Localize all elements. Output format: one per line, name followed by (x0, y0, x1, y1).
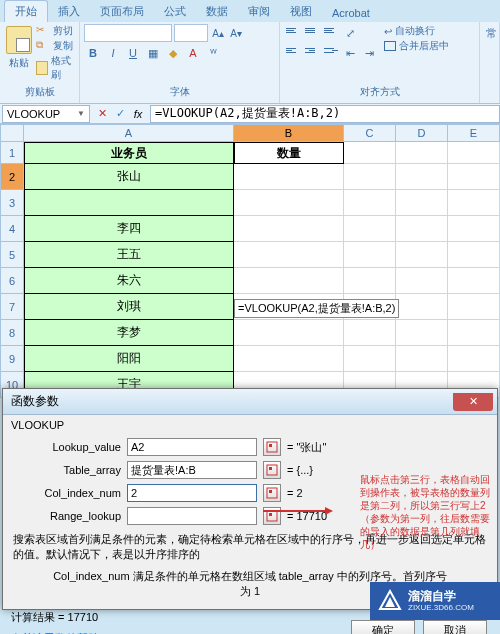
arg-range-lookup-input[interactable] (127, 507, 257, 525)
ref-button-3[interactable] (263, 484, 281, 502)
cell-a9[interactable]: 阳阳 (24, 346, 234, 372)
name-box-dropdown-icon[interactable]: ▼ (77, 109, 85, 118)
name-box[interactable]: VLOOKUP ▼ (2, 105, 90, 123)
select-all-corner[interactable] (0, 124, 24, 142)
fill-color-button[interactable]: ◆ (164, 44, 182, 62)
paste-button[interactable]: 粘贴 (4, 24, 34, 82)
indent-dec-button[interactable]: ⇤ (341, 44, 359, 62)
phonetic-button[interactable]: ᵂ (204, 44, 222, 62)
copy-button[interactable]: ⧉复制 (36, 39, 75, 53)
tab-insert[interactable]: 插入 (48, 1, 90, 22)
row-header-5[interactable]: 5 (0, 242, 24, 268)
ref-button-1[interactable] (263, 438, 281, 456)
indent-inc-button[interactable]: ⇥ (360, 44, 378, 62)
cell-b3[interactable] (234, 190, 344, 216)
cell-c9[interactable] (344, 346, 396, 372)
cut-button[interactable]: ✂剪切 (36, 24, 75, 38)
cell-c8[interactable] (344, 320, 396, 346)
cell-c2[interactable] (344, 164, 396, 190)
cell-d4[interactable] (396, 216, 448, 242)
cell-d8[interactable] (396, 320, 448, 346)
fx-button[interactable]: fx (130, 106, 146, 122)
cell-e1[interactable] (448, 142, 500, 164)
tab-view[interactable]: 视图 (280, 1, 322, 22)
format-painter-button[interactable]: 格式刷 (36, 54, 75, 82)
wrap-text-button[interactable]: ↩自动换行 (384, 24, 449, 38)
cancel-formula-button[interactable]: ✕ (94, 106, 110, 122)
arg-table-array-input[interactable] (127, 461, 257, 479)
align-middle-button[interactable] (303, 25, 321, 41)
cell-e7[interactable] (448, 294, 500, 320)
shrink-font-icon[interactable]: A▾ (228, 25, 244, 41)
align-bottom-button[interactable] (322, 25, 340, 41)
cell-c6[interactable] (344, 268, 396, 294)
col-header-b[interactable]: B (234, 124, 344, 142)
cell-d2[interactable] (396, 164, 448, 190)
arg-col-index-input[interactable] (127, 484, 257, 502)
cell-d3[interactable] (396, 190, 448, 216)
tab-home[interactable]: 开始 (4, 0, 48, 22)
dialog-close-button[interactable]: ✕ (453, 393, 493, 411)
align-center-button[interactable] (303, 45, 321, 61)
row-header-1[interactable]: 1 (0, 142, 24, 164)
merge-center-button[interactable]: 合并后居中 (384, 39, 449, 53)
cell-b1[interactable]: 数量 (234, 142, 344, 164)
cell-a2[interactable]: 张山 (24, 164, 234, 190)
grow-font-icon[interactable]: A▴ (210, 25, 226, 41)
cell-a8[interactable]: 李梦 (24, 320, 234, 346)
cell-b6[interactable] (234, 268, 344, 294)
cell-a7[interactable]: 刘琪 (24, 294, 234, 320)
formula-bar[interactable]: =VLOOKUP(A2,提货量表!A:B,2) (150, 105, 500, 123)
cell-e8[interactable] (448, 320, 500, 346)
arg-lookup-value-input[interactable] (127, 438, 257, 456)
cell-b2[interactable] (234, 164, 344, 190)
cell-e5[interactable] (448, 242, 500, 268)
cell-a4[interactable]: 李四 (24, 216, 234, 242)
cell-d1[interactable] (396, 142, 448, 164)
font-name-input[interactable] (84, 24, 172, 42)
row-header-2[interactable]: 2 (0, 164, 24, 190)
dialog-titlebar[interactable]: 函数参数 ✕ (3, 389, 497, 415)
cell-a1[interactable]: 业务员 (24, 142, 234, 164)
row-header-3[interactable]: 3 (0, 190, 24, 216)
cell-b4[interactable] (234, 216, 344, 242)
cell-e4[interactable] (448, 216, 500, 242)
cell-b2-editing[interactable]: =VLOOKUP(A2,提货量表!A:B,2) (234, 299, 399, 318)
cell-d5[interactable] (396, 242, 448, 268)
bold-button[interactable]: B (84, 44, 102, 62)
italic-button[interactable]: I (104, 44, 122, 62)
cell-d6[interactable] (396, 268, 448, 294)
row-header-9[interactable]: 9 (0, 346, 24, 372)
cell-c4[interactable] (344, 216, 396, 242)
font-size-input[interactable] (174, 24, 208, 42)
col-header-d[interactable]: D (396, 124, 448, 142)
col-header-e[interactable]: E (448, 124, 500, 142)
cell-e6[interactable] (448, 268, 500, 294)
align-left-button[interactable] (284, 45, 302, 61)
font-color-button[interactable]: A (184, 44, 202, 62)
tab-acrobat[interactable]: Acrobat (322, 4, 380, 22)
row-header-4[interactable]: 4 (0, 216, 24, 242)
col-header-a[interactable]: A (24, 124, 234, 142)
cell-c3[interactable] (344, 190, 396, 216)
align-right-button[interactable] (322, 45, 340, 61)
dialog-ok-button[interactable]: 确定 (351, 620, 415, 634)
col-header-c[interactable]: C (344, 124, 396, 142)
cell-b8[interactable] (234, 320, 344, 346)
row-header-6[interactable]: 6 (0, 268, 24, 294)
cell-a6[interactable]: 朱六 (24, 268, 234, 294)
cell-b9[interactable] (234, 346, 344, 372)
cell-d7[interactable] (396, 294, 448, 320)
cell-e3[interactable] (448, 190, 500, 216)
row-header-8[interactable]: 8 (0, 320, 24, 346)
cell-e2[interactable] (448, 164, 500, 190)
cell-a5[interactable]: 王五 (24, 242, 234, 268)
ref-button-2[interactable] (263, 461, 281, 479)
cell-b5[interactable] (234, 242, 344, 268)
underline-button[interactable]: U (124, 44, 142, 62)
dialog-cancel-button[interactable]: 取消 (423, 620, 487, 634)
cell-d9[interactable] (396, 346, 448, 372)
cell-a3[interactable] (24, 190, 234, 216)
cell-c1[interactable] (344, 142, 396, 164)
border-button[interactable]: ▦ (144, 44, 162, 62)
